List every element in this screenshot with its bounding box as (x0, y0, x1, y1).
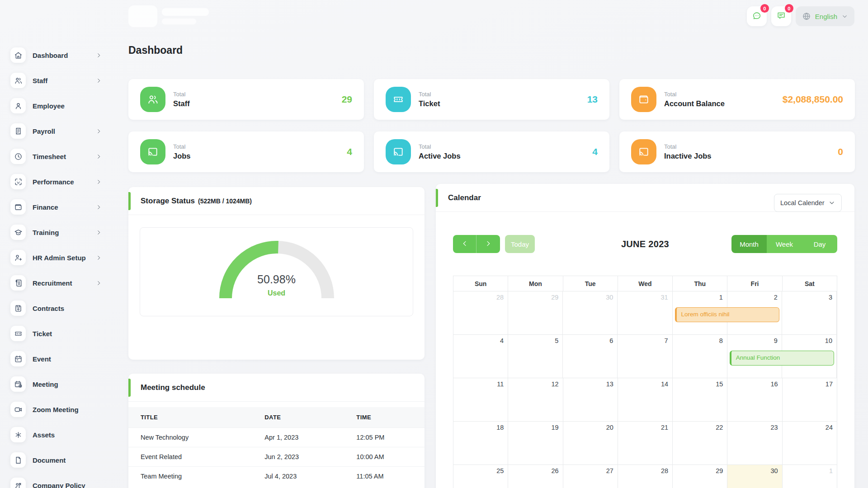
day-header-mon: Mon (508, 276, 563, 291)
sidebar-item-contracts[interactable]: Contracts (0, 296, 114, 321)
sidebar-item-meeting[interactable]: Meeting (0, 371, 114, 397)
sidebar-item-finance[interactable]: Finance (0, 194, 114, 220)
chevron-right-icon (96, 230, 102, 235)
chevron-right-icon (485, 240, 492, 249)
cast-icon (386, 139, 411, 164)
user-plus-icon (10, 250, 26, 265)
chat-button[interactable]: 0 (747, 6, 767, 26)
column-header-date: DATE (264, 407, 356, 428)
calendar-event-annual-function[interactable]: Annual Function (730, 351, 834, 366)
calendar-day-19[interactable]: 19 (508, 422, 563, 465)
calendar-day-20[interactable]: 20 (563, 422, 618, 465)
calendar-event-lorem-officiis-nihil[interactable]: Lorem officiis nihil (675, 307, 779, 322)
stat-label: Total (173, 91, 190, 98)
sidebar-item-training[interactable]: Training (0, 220, 114, 245)
calendar-day-31[interactable]: 31 (618, 291, 672, 334)
calendar-day-24[interactable]: 24 (783, 422, 837, 465)
calendar-day-28[interactable]: 28 (453, 291, 508, 334)
training-icon (10, 225, 26, 240)
notifications-button[interactable]: 0 (771, 6, 791, 26)
calendar-view-month[interactable]: Month (731, 235, 767, 253)
receipt-icon (10, 123, 26, 139)
ticket-icon (386, 87, 411, 112)
calendar-day-17[interactable]: 17 (783, 378, 837, 421)
company-logo[interactable] (128, 4, 212, 30)
sidebar-item-label: HR Admin Setup (33, 254, 86, 262)
calendar-day-30[interactable]: 30 (563, 291, 618, 334)
calendar-week-row: 2526272829301 (453, 465, 837, 488)
contracts-icon (10, 300, 26, 316)
sidebar-item-document[interactable]: Document (0, 447, 114, 473)
page-title: Dashboard (128, 44, 183, 56)
chevron-down-icon (828, 199, 835, 206)
calendar-view-day[interactable]: Day (802, 235, 837, 253)
sidebar-item-dashboard[interactable]: Dashboard (0, 42, 114, 68)
calendar-day-21[interactable]: 21 (618, 422, 673, 465)
calendar-day-1[interactable]: 1 (783, 465, 837, 488)
sidebar-item-assets[interactable]: Assets (0, 422, 114, 447)
recruitment-icon (10, 275, 26, 291)
stat-card-account-balance: TotalAccount Balance$2,088,850.00 (619, 79, 855, 120)
storage-card-header: Storage Status (522MB / 1024MB) (128, 187, 425, 215)
logo-text-line (162, 8, 209, 16)
sidebar-item-ticket[interactable]: Ticket (0, 321, 114, 346)
column-header-title: TITLE (128, 407, 264, 428)
calendar-day-23[interactable]: 23 (727, 422, 782, 465)
sidebar-item-zoom-meeting[interactable]: Zoom Meeting (0, 397, 114, 422)
calendar-day-3[interactable]: 3 (782, 291, 837, 334)
sidebar-item-performance[interactable]: Performance (0, 169, 114, 194)
calendar-day-29[interactable]: 29 (508, 291, 563, 334)
calendar-day-8[interactable]: 8 (673, 335, 727, 378)
calendar-day-12[interactable]: 12 (508, 378, 563, 421)
sidebar-item-recruitment[interactable]: Recruitment (0, 270, 114, 296)
language-selector[interactable]: English (796, 6, 854, 26)
calendar-week-row: 18192021222324 (453, 422, 837, 465)
sidebar-item-payroll[interactable]: Payroll (0, 118, 114, 144)
calendar-source-select[interactable]: Local Calender (774, 194, 842, 212)
chevron-right-icon (96, 280, 102, 286)
calendar-day-13[interactable]: 13 (563, 378, 618, 421)
calendar-day-28[interactable]: 28 (618, 465, 673, 488)
sidebar-item-timesheet[interactable]: Timesheet (0, 144, 114, 169)
calendar-day-6[interactable]: 6 (563, 335, 618, 378)
calendar-day-27[interactable]: 27 (563, 465, 618, 488)
calendar-day-22[interactable]: 22 (673, 422, 727, 465)
sidebar-item-staff[interactable]: Staff (0, 68, 114, 93)
calendar-today-button[interactable]: Today (505, 235, 535, 253)
calendar-view-week[interactable]: Week (767, 235, 802, 253)
calendar-day-4[interactable]: 4 (453, 335, 508, 378)
sidebar-item-label: Zoom Meeting (33, 406, 79, 413)
calendar-day-18[interactable]: 18 (453, 422, 508, 465)
calendar-day-29[interactable]: 29 (673, 465, 727, 488)
sidebar-item-event[interactable]: Event (0, 346, 114, 371)
meeting-schedule-table: TITLEDATETIME New TechnologyApr 1, 20231… (128, 407, 425, 486)
storage-gauge: 50.98% Used (213, 239, 340, 306)
calendar-day-15[interactable]: 15 (673, 378, 727, 421)
cast-icon (140, 139, 165, 164)
calendar-day-16[interactable]: 16 (727, 378, 782, 421)
accent-bar (128, 192, 131, 210)
calendar-day-5[interactable]: 5 (508, 335, 563, 378)
meeting-title: Event Related (128, 447, 264, 467)
sidebar-item-label: Employee (33, 102, 65, 110)
calendar-day-11[interactable]: 11 (453, 378, 508, 421)
sidebar-item-company-policy[interactable]: Company Policy (0, 473, 114, 488)
clock-icon (10, 149, 26, 164)
calendar-day-14[interactable]: 14 (618, 378, 673, 421)
stat-label: Total (419, 91, 440, 98)
sidebar-item-hr-admin-setup[interactable]: HR Admin Setup (0, 245, 114, 270)
calendar-day-7[interactable]: 7 (618, 335, 672, 378)
calendar-day-25[interactable]: 25 (453, 465, 508, 488)
storage-capacity: (522MB / 1024MB) (198, 197, 252, 205)
sidebar-item-employee[interactable]: Employee (0, 93, 114, 118)
notifications-badge: 0 (785, 4, 793, 13)
calendar-next-button[interactable] (476, 235, 500, 253)
meeting-date: Jun 2, 2023 (264, 447, 356, 467)
calendar-day-30-today[interactable]: 30 (727, 465, 782, 488)
policy-icon (10, 478, 26, 488)
meeting-time: 11:05 AM (356, 467, 425, 486)
calendar-prev-button[interactable] (453, 235, 476, 253)
day-header-tue: Tue (563, 276, 618, 291)
calendar-day-26[interactable]: 26 (508, 465, 563, 488)
stat-card-active-jobs: TotalActive Jobs4 (374, 131, 609, 172)
